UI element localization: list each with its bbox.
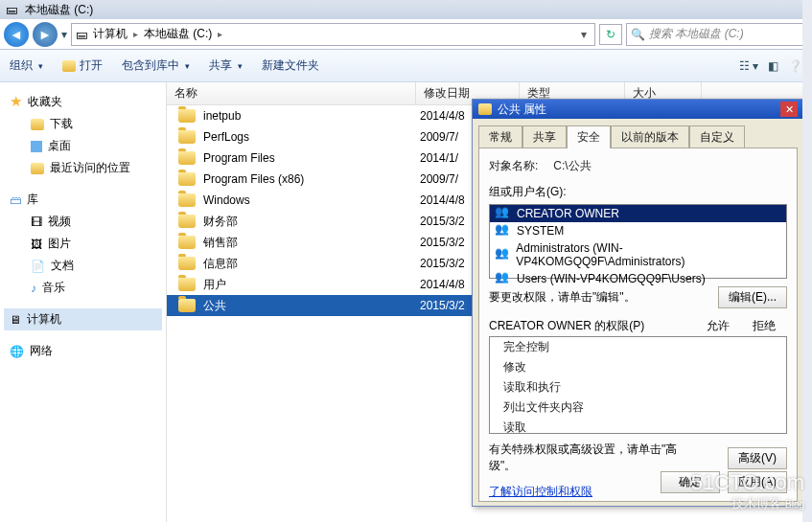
folder-icon — [478, 103, 492, 115]
users-icon — [496, 272, 511, 285]
file-name: Windows — [203, 193, 250, 207]
window-scrollbar[interactable] — [802, 0, 812, 522]
permissions-list[interactable]: 完全控制 修改 读取和执行 列出文件夹内容 读取 写入 — [489, 336, 787, 434]
group-row-creator-owner[interactable]: CREATOR OWNER — [490, 205, 786, 222]
chevron-right-icon[interactable]: ▸ — [216, 29, 224, 39]
object-name-label: 对象名称: — [489, 158, 538, 174]
users-icon — [496, 248, 510, 261]
group-row-users[interactable]: Users (WIN-VP4KOMGQQ9F\Users) — [490, 270, 786, 287]
search-placeholder: 搜索 本地磁盘 (C:) — [649, 26, 744, 42]
nav-bar: ◄ ► ▾ 🖴 计算机 ▸ 本地磁盘 (C:) ▸ ▾ ↻ 🔍 搜索 本地磁盘 … — [0, 19, 812, 50]
tab-custom[interactable]: 自定义 — [689, 125, 745, 148]
perm-modify: 修改 — [490, 357, 786, 377]
edit-hint: 要更改权限，请单击"编辑"。 — [489, 289, 636, 306]
sidebar-item-desktop[interactable]: 桌面 — [4, 135, 162, 157]
history-dropdown[interactable]: ▾ — [61, 28, 67, 41]
allow-header: 允许 — [695, 318, 741, 334]
users-icon — [496, 207, 511, 220]
sidebar-network[interactable]: 🌐网络 — [4, 340, 162, 362]
folder-icon — [178, 193, 196, 207]
file-name: PerfLogs — [203, 130, 249, 144]
properties-dialog: 公共 属性 ✕ 常规 共享 安全 以前的版本 自定义 对象名称: C:\公共 组… — [472, 99, 804, 507]
window-titlebar: 🖴 本地磁盘 (C:) — [0, 0, 812, 19]
back-button[interactable]: ◄ — [4, 22, 29, 47]
library-icon: 🗃 — [10, 193, 21, 207]
tab-sharing[interactable]: 共享 — [522, 125, 567, 148]
folder-icon — [178, 172, 196, 186]
recent-icon — [31, 163, 44, 174]
drive-icon: 🖴 — [76, 28, 89, 41]
help-button[interactable]: ❔ — [788, 59, 802, 73]
chevron-right-icon[interactable]: ▸ — [131, 29, 140, 39]
sidebar-libraries[interactable]: 🗃库 — [4, 189, 162, 211]
group-row-system[interactable]: SYSTEM — [490, 222, 786, 239]
crumb-drive[interactable]: 本地磁盘 (C:) — [144, 26, 212, 42]
address-bar[interactable]: 🖴 计算机 ▸ 本地磁盘 (C:) ▸ ▾ — [71, 23, 595, 46]
desktop-icon — [31, 141, 42, 152]
forward-button[interactable]: ► — [33, 22, 58, 47]
sidebar-item-recent[interactable]: 最近访问的位置 — [4, 157, 162, 179]
ok-button[interactable]: 确定 — [661, 471, 720, 493]
learn-link[interactable]: 了解访问控制和权限 — [489, 484, 592, 500]
advanced-button[interactable]: 高级(V) — [728, 447, 787, 469]
folder-icon — [178, 257, 196, 270]
music-icon: ♪ — [31, 282, 36, 295]
folder-icon — [178, 151, 196, 165]
toolbar: 组织 打开 包含到库中 共享 新建文件夹 ☷ ▾ ◧ ❔ — [0, 50, 812, 82]
col-name[interactable]: 名称 — [167, 82, 416, 104]
folder-icon — [178, 236, 196, 249]
search-icon: 🔍 — [631, 28, 645, 41]
refresh-button[interactable]: ↻ — [599, 24, 622, 45]
share-menu[interactable]: 共享 — [209, 57, 243, 74]
sidebar-favorites[interactable]: ★收藏夹 — [4, 90, 162, 113]
apply-button[interactable]: 应用(A) — [728, 471, 787, 493]
group-row-administrators[interactable]: Administrators (WIN-VP4KOMGQQ9F\Administ… — [490, 239, 786, 270]
object-name-value: C:\公共 — [553, 158, 591, 174]
folder-icon — [178, 215, 196, 228]
deny-header: 拒绝 — [741, 318, 787, 334]
users-icon — [496, 224, 511, 238]
file-name: inetpub — [203, 109, 241, 123]
search-input[interactable]: 🔍 搜索 本地磁盘 (C:) — [626, 23, 808, 46]
file-name: 财务部 — [203, 214, 238, 230]
sidebar-computer[interactable]: 🖥计算机 — [4, 308, 162, 330]
crumb-computer[interactable]: 计算机 — [93, 26, 128, 42]
include-library-menu[interactable]: 包含到库中 — [122, 57, 190, 74]
perm-list-folder: 列出文件夹内容 — [490, 397, 786, 418]
group-user-list[interactable]: CREATOR OWNER SYSTEM Administrators (WIN… — [489, 204, 787, 279]
perm-read: 读取 — [490, 418, 786, 434]
network-icon: 🌐 — [10, 345, 24, 358]
address-dropdown[interactable]: ▾ — [577, 28, 591, 41]
sidebar-item-documents[interactable]: 📄文档 — [4, 255, 162, 277]
file-name: 销售部 — [203, 235, 238, 251]
tab-security[interactable]: 安全 — [567, 125, 611, 148]
drive-icon: 🖴 — [6, 3, 19, 16]
folder-icon — [178, 130, 196, 144]
window-title-text: 本地磁盘 (C:) — [25, 2, 93, 18]
dialog-tabs: 常规 共享 安全 以前的版本 自定义 — [473, 119, 803, 148]
sidebar-item-downloads[interactable]: 下载 — [4, 113, 162, 135]
tab-previous-versions[interactable]: 以前的版本 — [611, 125, 689, 148]
permissions-label: CREATOR OWNER 的权限(P) — [489, 318, 695, 334]
file-name: 信息部 — [203, 256, 238, 272]
organize-menu[interactable]: 组织 — [10, 57, 43, 74]
preview-pane-button[interactable]: ◧ — [768, 59, 778, 73]
tab-general[interactable]: 常规 — [478, 125, 522, 148]
edit-button[interactable]: 编辑(E)... — [718, 286, 787, 308]
sidebar: ★收藏夹 下载 桌面 最近访问的位置 🗃库 🎞视频 🖼图片 📄文档 ♪音乐 🖥计… — [0, 82, 167, 522]
sidebar-item-videos[interactable]: 🎞视频 — [4, 211, 162, 233]
sidebar-item-pictures[interactable]: 🖼图片 — [4, 233, 162, 255]
dialog-title-text: 公共 属性 — [498, 102, 546, 118]
folder-open-icon — [62, 60, 76, 72]
picture-icon: 🖼 — [31, 238, 42, 251]
group-users-label: 组或用户名(G): — [489, 184, 787, 200]
sidebar-item-music[interactable]: ♪音乐 — [4, 277, 162, 299]
computer-icon: 🖥 — [10, 313, 21, 327]
perm-read-execute: 读取和执行 — [490, 377, 786, 397]
dialog-titlebar[interactable]: 公共 属性 ✕ — [473, 100, 803, 119]
advanced-hint: 有关特殊权限或高级设置，请单击"高级"。 — [489, 442, 700, 474]
open-button[interactable]: 打开 — [62, 57, 103, 74]
close-button[interactable]: ✕ — [780, 102, 798, 117]
new-folder-button[interactable]: 新建文件夹 — [262, 57, 319, 74]
view-options-button[interactable]: ☷ ▾ — [739, 59, 758, 73]
